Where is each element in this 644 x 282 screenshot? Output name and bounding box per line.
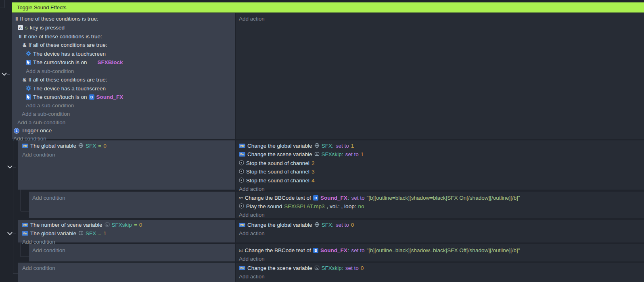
condition-cursor-on-1[interactable]: The cursor/touch is on SFXBlock (26, 58, 123, 67)
action-set-bbcode-text-on[interactable]: txt Change the BBCode text of B Sound_FX… (239, 194, 520, 202)
add-action-label: Add action (239, 256, 265, 262)
add-action-link[interactable]: Add action (239, 255, 265, 263)
condition-global-variable[interactable]: Var The global variable SFX = 0 (22, 142, 107, 150)
condition-and-1[interactable]: & If all of these conditions are true: (23, 41, 107, 49)
or-icon: ‖ (15, 16, 18, 22)
speaker-icon (239, 169, 244, 175)
event3-actions-panel: Var Change the global variable SFX: set … (236, 220, 644, 242)
operator: = (98, 230, 101, 236)
condition-text: The device has a touchscreen (33, 51, 106, 57)
add-condition-label: Add condition (32, 247, 65, 253)
keyword: set to (351, 195, 364, 201)
action-set-bbcode-text-off[interactable]: txt Change the BBCode text of B Sound_FX… (239, 246, 520, 255)
action-text: Stop the sound of channel (246, 169, 309, 175)
object-name: Sound_FX (96, 94, 123, 100)
condition-text: The device has a touchscreen (33, 86, 106, 92)
subevent2-actions-panel: txt Change the BBCode text of B Sound_FX… (236, 192, 644, 218)
variable-icon: Var (22, 223, 28, 227)
text-action-icon: txt (239, 196, 243, 200)
condition-cursor-on-2[interactable]: The cursor/touch is on B Sound_FX (26, 93, 123, 101)
tree-line (7, 74, 10, 75)
value: 3 (312, 169, 315, 175)
action-play-sound[interactable]: Play the sound SFX\SPLAT.mp3 , vol.: , l… (239, 202, 364, 211)
keyword: set to (351, 247, 364, 253)
add-condition-label: Add condition (22, 265, 55, 271)
action-stop-sound-3[interactable]: Stop the sound of channel 3 (239, 167, 314, 176)
condition-or-inner[interactable]: ‖ If one of these conditions is true: (19, 32, 102, 41)
collapse-chevron-icon[interactable] (7, 230, 13, 235)
add-sub-condition-label: Add a sub-condition (26, 68, 74, 74)
action-set-scene-variable[interactable]: Var Change the scene variable SFXskip: s… (239, 150, 364, 159)
condition-text: Trigger once (21, 127, 52, 134)
action-stop-sound-2[interactable]: Stop the sound of channel 2 (239, 159, 314, 167)
tree-line (3, 8, 3, 282)
collapse-chevron-icon[interactable] (7, 163, 13, 169)
action-set-scene-variable[interactable]: Var Change the scene variable SFXskip: s… (239, 264, 364, 272)
string-value: "[b][outline=black][shadow=black]SFX On[… (366, 195, 520, 201)
tree-line (4, 0, 4, 8)
add-action-link[interactable]: Add action (239, 15, 265, 23)
condition-touchscreen-2[interactable]: The device has a touchscreen (26, 84, 106, 93)
variable-name: SFX: (322, 222, 334, 228)
add-condition-link[interactable]: Add condition (32, 246, 65, 255)
tree-line (21, 190, 21, 211)
variable-icon: Var (239, 223, 245, 227)
scene-icon (314, 265, 320, 272)
variable-name: SFXskip: (322, 151, 343, 157)
add-sub-condition-link[interactable]: Add a sub-condition (17, 118, 65, 127)
event2-actions-panel: Var Change the global variable SFX: set … (236, 140, 644, 190)
condition-or-outer[interactable]: ‖ If one of these conditions is true: (15, 15, 98, 23)
group-header[interactable]: Toggle Sound Effects (12, 2, 644, 13)
add-condition-link[interactable]: Add condition (22, 150, 55, 159)
keyboard-icon: A (18, 25, 23, 30)
speaker-icon (239, 178, 244, 184)
tree-line (13, 140, 13, 274)
object-name: Sound_FX (320, 247, 347, 253)
add-condition-link[interactable]: Add condition (32, 194, 65, 202)
condition-text: The cursor/touch is on (33, 59, 87, 65)
action-stop-sound-4[interactable]: Stop the sound of channel 4 (239, 176, 314, 185)
event1-conditions-panel: ‖ If one of these conditions is true: A … (12, 13, 235, 139)
value: 2 (312, 160, 315, 166)
condition-key-pressed[interactable]: A s key is pressed (18, 23, 65, 32)
keyword: set to (336, 222, 349, 228)
and-icon: & (23, 77, 26, 83)
group-title: Toggle Sound Effects (17, 4, 67, 10)
add-sub-condition-label: Add a sub-condition (22, 111, 70, 117)
add-condition-label: Add condition (32, 195, 65, 201)
condition-global-variable[interactable]: Var The global variable SFX = 1 (22, 229, 107, 238)
action-text: Play the sound (246, 203, 282, 209)
string-value: "[b][outline=black][shadow=black]SFX Off… (366, 247, 520, 253)
variable-icon: Var (22, 144, 28, 148)
add-action-link[interactable]: Add action (239, 272, 265, 281)
condition-touchscreen-1[interactable]: The device has a touchscreen (26, 50, 106, 58)
add-sub-condition-link[interactable]: Add a sub-condition (26, 101, 74, 110)
cursor-icon (26, 60, 31, 65)
scene-icon (105, 222, 110, 228)
action-set-global-variable[interactable]: Var Change the global variable SFX: set … (239, 142, 354, 150)
or-icon: ‖ (19, 33, 21, 40)
action-text: Change the BBCode text of (245, 247, 311, 253)
condition-trigger-once[interactable]: 1 Trigger once (14, 126, 52, 135)
text-action-icon: txt (239, 249, 243, 253)
operator: = (134, 222, 137, 228)
add-action-link[interactable]: Add action (239, 211, 265, 219)
add-action-link[interactable]: Add action (239, 229, 265, 238)
bbtext-object-icon: B (89, 94, 94, 100)
value: 0 (139, 222, 142, 228)
add-action-label: Add action (239, 230, 265, 236)
condition-scene-variable[interactable]: Var The number of scene variable SFXskip… (22, 221, 142, 229)
bbtext-object-icon: B (313, 248, 318, 253)
subevent3-conditions-panel: Add condition (29, 244, 235, 261)
condition-and-2[interactable]: & If all of these conditions are true: (23, 75, 107, 84)
event4-actions-panel: Var Change the scene variable SFXskip: s… (236, 263, 644, 282)
add-sub-condition-link[interactable]: Add a sub-condition (22, 110, 70, 118)
add-sub-condition-link[interactable]: Add a sub-condition (26, 67, 74, 75)
action-text: Change the global variable (247, 222, 312, 228)
tree-line (13, 167, 16, 167)
globe-icon (314, 143, 320, 149)
action-set-global-variable[interactable]: Var Change the global variable SFX: set … (239, 221, 354, 229)
condition-text: The global variable (30, 143, 76, 149)
add-condition-link[interactable]: Add condition (22, 264, 55, 272)
event-sheet: Toggle Sound Effects ‖ If one of these c… (0, 0, 644, 282)
